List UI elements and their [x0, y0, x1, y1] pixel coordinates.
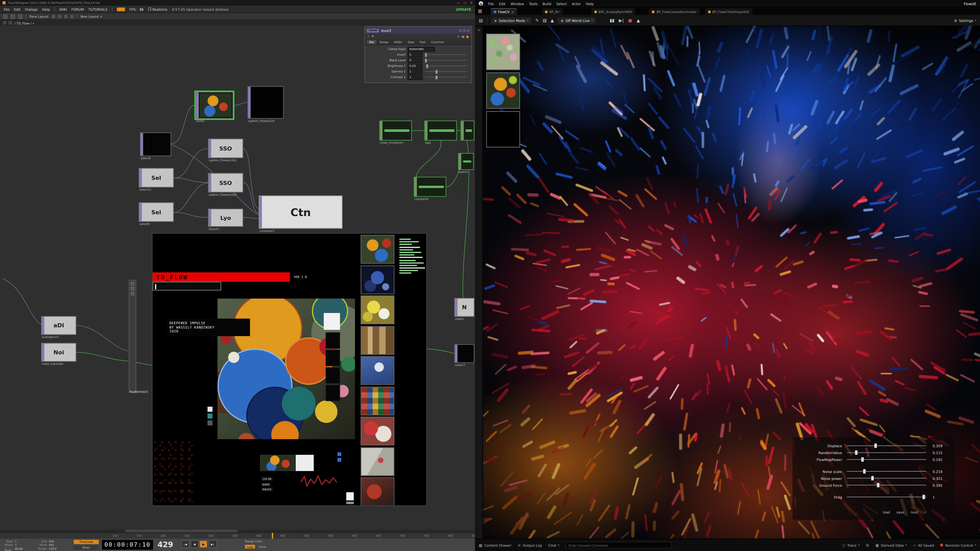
update-button[interactable]: UPDATE [456, 7, 471, 11]
node-noise-timeslice[interactable] [380, 121, 412, 141]
help-icon[interactable]: ? [368, 35, 369, 38]
field-value[interactable]: 900 [49, 540, 54, 543]
node-syphon-out[interactable] [248, 86, 284, 119]
field-value[interactable]: 900 [49, 543, 54, 546]
color-swatch[interactable] [326, 385, 340, 401]
layout-option-icon[interactable] [58, 15, 61, 18]
loop-button[interactable]: Loop [245, 545, 255, 549]
param-tab-common[interactable]: Common [429, 40, 446, 44]
node-select6[interactable] [140, 132, 171, 156]
perform-mode-badge[interactable] [117, 7, 125, 11]
frame-skip-icon[interactable]: ▶| [619, 18, 624, 23]
td-link-wiki[interactable]: WIKI [59, 7, 67, 11]
param-tab-post[interactable]: Post [417, 40, 428, 44]
gear-icon[interactable]: ⚙ [865, 543, 869, 547]
path-icon[interactable] [9, 21, 12, 24]
trace-dropdown[interactable]: ○ Trace ▾ [842, 543, 859, 547]
network-scrollbar[interactable] [0, 530, 475, 532]
gallery-thumbnail[interactable] [361, 295, 394, 324]
node-sso1[interactable]: SSO [208, 139, 243, 158]
stop-icon[interactable]: ■ [628, 18, 632, 23]
field-value[interactable]: 120.0 [49, 547, 56, 550]
field-value[interactable]: 1 [15, 543, 17, 546]
param-slider-handle[interactable] [426, 64, 428, 68]
td-menu-edit[interactable]: Edit [14, 7, 21, 11]
all-saved-indicator[interactable]: ✓ All Saved [913, 543, 934, 547]
ue-tab-flowcv[interactable]: FlowCV✕ [490, 8, 517, 15]
color-swatch[interactable] [326, 332, 340, 349]
timecode-tab[interactable]: TimeCode [74, 540, 99, 544]
gallery-thumbnail[interactable] [361, 386, 394, 415]
slider-handle[interactable] [871, 476, 874, 480]
viewport-settings-dropdown[interactable]: ⚙ Settings ▾ [954, 18, 976, 22]
ue-tab-bp_av[interactable]: BP_AV [542, 8, 563, 15]
layout-option-icon[interactable] [64, 15, 67, 18]
slider-track[interactable] [847, 452, 926, 453]
maximize-icon[interactable]: ▢ [464, 1, 466, 4]
ue-menu-edit[interactable]: Edit [499, 2, 506, 5]
kandinsky-texture-thumbnail[interactable] [486, 73, 520, 109]
gallery-thumbnail[interactable] [361, 447, 394, 476]
node-level1[interactable] [196, 92, 233, 119]
param-value[interactable]: 1 [407, 69, 423, 74]
gallery-thumbnail[interactable] [361, 356, 394, 385]
param-header[interactable]: Level level1 [365, 27, 471, 34]
new-layout-button[interactable]: New Layout + [80, 14, 102, 18]
param-tab-range[interactable]: Range [377, 40, 391, 44]
output-log-button[interactable]: ≡ Output Log [518, 543, 542, 547]
ue-menu-tools[interactable]: Tools [529, 2, 538, 5]
brush-icon[interactable]: ✎ [535, 18, 539, 23]
node-select9[interactable]: Sel [139, 202, 174, 222]
param-tab-step[interactable]: Step [405, 40, 417, 44]
param-slider-handle[interactable] [425, 53, 427, 57]
slider-track[interactable] [847, 478, 926, 478]
eject-icon[interactable]: ▲ [636, 18, 640, 23]
td-link-tutorials[interactable]: TUTORIALS [88, 7, 108, 11]
audioreact-panel-edge[interactable] [129, 280, 136, 392]
close-icon[interactable]: ✕ [470, 1, 473, 4]
flag-icon[interactable]: ⚑ [372, 35, 374, 38]
path-icon[interactable] [3, 21, 6, 24]
gallery-thumbnail[interactable] [361, 326, 394, 354]
param-slider-handle[interactable] [436, 75, 438, 79]
color-swatch[interactable] [326, 367, 340, 384]
load-button[interactable]: load [883, 510, 890, 514]
landscape-icon[interactable]: ▲ [550, 18, 554, 23]
ue-tab-bp_flowcvsettingshud[interactable]: BP_FlowCVSettingsHUD [705, 8, 752, 15]
slider-handle[interactable] [855, 451, 858, 455]
ue-tab-bpc_analogrytmmidi[interactable]: BPC_AnalogRytmMIDI [591, 8, 635, 15]
td-menu-file[interactable]: File [4, 7, 10, 11]
next-arrow-icon[interactable]: › [924, 510, 926, 515]
td-link-forum[interactable]: FORUM [71, 7, 84, 11]
slider-handle[interactable] [923, 495, 925, 499]
black-texture-thumbnail[interactable] [486, 111, 520, 148]
editor-mode-dropdown[interactable]: ➤ Selection Mode ▾ [491, 17, 531, 23]
slider-handle[interactable] [874, 444, 877, 448]
param-value[interactable]: 1 [407, 75, 423, 80]
minimize-icon[interactable]: — [457, 1, 460, 4]
param-value[interactable]: Automatic [407, 46, 435, 52]
3d-viewport[interactable]: ≡ Displace0.359RandomValue0.115FlowMapPo… [475, 26, 980, 538]
slider-track[interactable] [847, 445, 926, 446]
param-slider-track[interactable] [425, 54, 467, 55]
ue-tab-bp_flowcoloredcontroller[interactable]: BP_FlowColoredController [649, 8, 700, 15]
ue-menu-select[interactable]: Select [556, 2, 567, 5]
field-value[interactable]: 1 [15, 540, 17, 543]
noise-texture-thumbnail[interactable] [486, 34, 520, 70]
pane-icon[interactable] [3, 14, 7, 18]
unreal-logo-icon[interactable]: U [479, 1, 483, 6]
slider-handle[interactable] [861, 457, 864, 462]
once-button[interactable]: Once [259, 545, 266, 548]
transport-button[interactable]: ◀ [190, 540, 199, 548]
node-adi[interactable]: aDI [41, 316, 76, 335]
transport-button[interactable]: ▶| [208, 540, 217, 548]
cube-icon[interactable]: ▧ [542, 18, 547, 23]
refresh-icon[interactable]: ↻ [458, 35, 460, 38]
revision-control-dropdown[interactable]: Revision Control ▾ [940, 543, 976, 547]
slider-handle[interactable] [863, 469, 865, 473]
cmd-dropdown[interactable]: Cmd ▾ [548, 543, 559, 547]
slider-track[interactable] [847, 459, 926, 460]
td-menu-help[interactable]: Help [42, 7, 50, 11]
text-input[interactable] [153, 282, 221, 290]
tab-close-icon[interactable]: ✕ [511, 10, 514, 13]
